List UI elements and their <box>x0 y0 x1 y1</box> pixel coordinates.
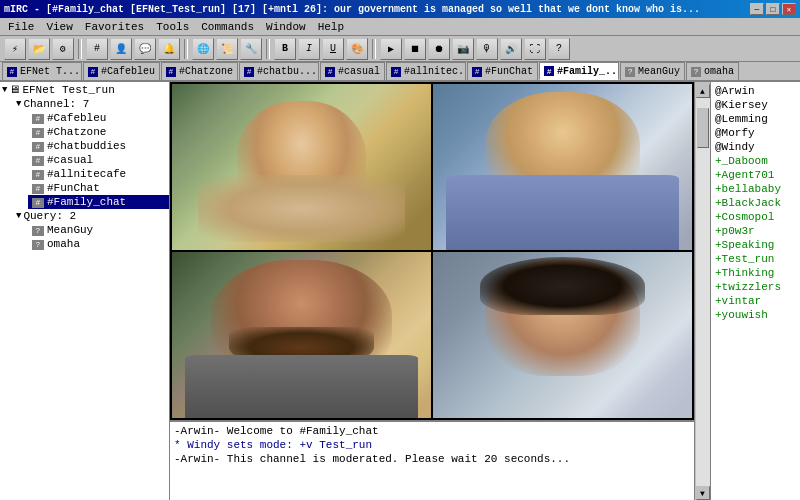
menu-favorites[interactable]: Favorites <box>79 18 150 35</box>
video-scrollbar[interactable]: ▲ ▼ <box>694 82 710 500</box>
tree-queries-folder[interactable]: ▼ Query: 2 <box>14 209 169 223</box>
tab-casual[interactable]: # #casual <box>320 62 385 80</box>
tree-channel-allnitecafe[interactable]: ##allnitecafe <box>28 167 169 181</box>
user-windy[interactable]: @Windy <box>713 140 798 154</box>
tree-root[interactable]: ▼ 🖥 EFNet Test_run <box>0 82 169 97</box>
tool-address[interactable]: 🌐 <box>192 38 214 60</box>
channel-icon-funchat: # <box>32 184 44 194</box>
tree-channel-familychat[interactable]: ##Family_chat <box>28 195 169 209</box>
tree-channel-casual[interactable]: ##casual <box>28 153 169 167</box>
user-arwin[interactable]: @Arwin <box>713 84 798 98</box>
user-agent701[interactable]: +Agent701 <box>713 168 798 182</box>
tree-root-icon: 🖥 <box>9 83 20 96</box>
user-twizzlers[interactable]: +twizzlers <box>713 280 798 294</box>
user-blackjack[interactable]: +BlackJack <box>713 196 798 210</box>
chat-line-1: -Arwin- Welcome to #Family_chat <box>174 424 690 438</box>
tree-channels-folder[interactable]: ▼ Channel: 7 <box>14 97 169 111</box>
tab-efnet[interactable]: # EFNet T... <box>2 62 82 80</box>
tab-meanguy[interactable]: ? MeanGuy <box>620 62 685 80</box>
tree-query-omaha[interactable]: ?omaha <box>28 237 169 251</box>
tree-channel-chatbuddies[interactable]: ##chatbuddies <box>28 139 169 153</box>
tab-meanguy-label: MeanGuy <box>638 66 680 77</box>
menu-commands[interactable]: Commands <box>195 18 260 35</box>
tab-cafebleu[interactable]: # #Cafebleu <box>83 62 160 80</box>
shirt-overlay-2 <box>446 175 679 250</box>
tool-help[interactable]: ? <box>548 38 570 60</box>
tab-funchat[interactable]: # #FunChat <box>467 62 538 80</box>
tool-bold[interactable]: B <box>274 38 296 60</box>
toolbar-separator-1 <box>78 39 82 59</box>
tool-toolbar[interactable]: 🔧 <box>240 38 262 60</box>
scroll-up-btn[interactable]: ▲ <box>696 84 710 98</box>
tab-allnitec[interactable]: # #allnitec... <box>386 62 466 80</box>
tool-stop[interactable]: ⏹ <box>404 38 426 60</box>
user-cosmopol[interactable]: +Cosmopol <box>713 210 798 224</box>
tool-record[interactable]: ⏺ <box>428 38 450 60</box>
menu-file[interactable]: File <box>2 18 40 35</box>
user-youwish[interactable]: +youwish <box>713 308 798 322</box>
tab-chatzone[interactable]: # #Chatzone <box>161 62 238 80</box>
chat-text-1: -Arwin- Welcome to #Family_chat <box>174 425 379 437</box>
tool-channels[interactable]: # <box>86 38 108 60</box>
tool-connect[interactable]: ⚡ <box>4 38 26 60</box>
menu-tools[interactable]: Tools <box>150 18 195 35</box>
tree-channels-list: ##Cafebleu ##Chatzone ##chatbuddies ##ca… <box>14 111 169 209</box>
user-vintar[interactable]: +vintar <box>713 294 798 308</box>
video-cell-topright <box>433 84 692 250</box>
user-thinking[interactable]: +Thinking <box>713 266 798 280</box>
tab-allnitec-label: #allnitec... <box>404 66 466 77</box>
query-icon-meanguy: ? <box>32 226 44 236</box>
tool-fullscreen[interactable]: ⛶ <box>524 38 546 60</box>
menu-window[interactable]: Window <box>260 18 312 35</box>
chat-log[interactable]: -Arwin- Welcome to #Family_chat * Windy … <box>170 420 694 500</box>
user-morfy[interactable]: @Morfy <box>713 126 798 140</box>
tool-open[interactable]: 📂 <box>28 38 50 60</box>
close-button[interactable]: ✕ <box>782 3 796 15</box>
user-p0w3r[interactable]: +p0w3r <box>713 224 798 238</box>
tab-familychat[interactable]: # #Family_... <box>539 62 619 80</box>
tool-camera[interactable]: 📷 <box>452 38 474 60</box>
hair-overlay-4 <box>480 257 646 315</box>
tab-chatbu-icon: # <box>244 67 254 77</box>
tool-notify[interactable]: 🔔 <box>158 38 180 60</box>
tree-query-meanguy[interactable]: ?MeanGuy <box>28 223 169 237</box>
tree-channel-cafebleu[interactable]: ##Cafebleu <box>28 111 169 125</box>
chat-text-3: -Arwin- This channel is moderated. Pleas… <box>174 453 570 465</box>
minimize-button[interactable]: ─ <box>750 3 764 15</box>
tree-channel-funchat[interactable]: ##FunChat <box>28 181 169 195</box>
channel-icon-chatbuddies: # <box>32 142 44 152</box>
chat-line-3: -Arwin- This channel is moderated. Pleas… <box>174 452 690 466</box>
scroll-thumb[interactable] <box>697 108 709 148</box>
tool-script[interactable]: 📜 <box>216 38 238 60</box>
tab-chatbu[interactable]: # #chatbu... <box>239 62 319 80</box>
tool-query[interactable]: 💬 <box>134 38 156 60</box>
channel-icon-cafebleu: # <box>32 114 44 124</box>
user-testrun[interactable]: +Test_run <box>713 252 798 266</box>
maximize-button[interactable]: □ <box>766 3 780 15</box>
title-text: mIRC - [#Family_chat [EFNet_Test_run] [1… <box>4 4 700 15</box>
shirt-overlay-3 <box>185 355 418 418</box>
menu-view[interactable]: View <box>40 18 78 35</box>
tool-mic[interactable]: 🎙 <box>476 38 498 60</box>
tab-omaha-icon: ? <box>691 67 701 77</box>
user-list: @Arwin @Kiersey @Lemming @Morfy @Windy +… <box>710 82 800 500</box>
user-kiersey[interactable]: @Kiersey <box>713 98 798 112</box>
tab-omaha[interactable]: ? omaha <box>686 62 739 80</box>
tool-play[interactable]: ▶ <box>380 38 402 60</box>
user-daboom[interactable]: +_Daboom <box>713 154 798 168</box>
user-bellababy[interactable]: +bellababy <box>713 182 798 196</box>
scroll-down-btn[interactable]: ▼ <box>696 486 710 500</box>
tool-italic[interactable]: I <box>298 38 320 60</box>
tool-users[interactable]: 👤 <box>110 38 132 60</box>
tab-omaha-label: omaha <box>704 66 734 77</box>
user-speaking[interactable]: +Speaking <box>713 238 798 252</box>
tree-channel-chatzone[interactable]: ##Chatzone <box>28 125 169 139</box>
right-panel: ▲ ▼ @Arwin @Kiersey @Lemming @Morfy @Win… <box>694 82 800 500</box>
tool-speaker[interactable]: 🔊 <box>500 38 522 60</box>
tool-color[interactable]: 🎨 <box>346 38 368 60</box>
menu-help[interactable]: Help <box>312 18 350 35</box>
video-cell-bottomright <box>433 252 692 418</box>
user-lemming[interactable]: @Lemming <box>713 112 798 126</box>
tool-options[interactable]: ⚙ <box>52 38 74 60</box>
tool-underline[interactable]: U <box>322 38 344 60</box>
